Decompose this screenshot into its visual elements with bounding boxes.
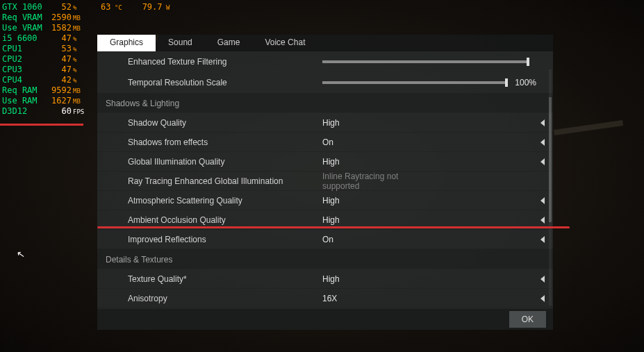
setting-shadows-from-effects[interactable]: Shadows from effectsOn bbox=[97, 133, 553, 152]
left-arrow-icon[interactable] bbox=[540, 295, 545, 302]
mouse-cursor-icon: ↖ bbox=[16, 248, 26, 260]
ok-button[interactable]: OK bbox=[509, 311, 546, 328]
osd-row: i5 660047% bbox=[2, 33, 84, 44]
setting-label: Ray Tracing Enhanced Global Illumination bbox=[128, 176, 322, 186]
section-details-textures: Details & Textures bbox=[97, 249, 553, 269]
left-arrow-icon[interactable] bbox=[540, 139, 545, 146]
setting-atmospheric-scattering-quality[interactable]: Atmospheric Scattering QualityHigh bbox=[97, 191, 553, 210]
setting-label: Shadow Quality bbox=[128, 118, 322, 128]
setting-label: Global Illumination Quality bbox=[128, 157, 322, 167]
left-arrow-icon[interactable] bbox=[540, 276, 545, 283]
osd-row: Use VRAM1582MB bbox=[2, 23, 84, 33]
background-weapon bbox=[554, 120, 623, 135]
tab-graphics[interactable]: Graphics bbox=[97, 35, 156, 51]
left-arrow-icon[interactable] bbox=[540, 119, 545, 126]
gpu-temp-power: 63 °C 79.7 W bbox=[101, 2, 170, 12]
settings-footer: OK bbox=[97, 309, 553, 330]
setting-label: Atmospheric Scattering Quality bbox=[128, 196, 322, 206]
setting-value: Inline Raytracing not supported bbox=[322, 171, 434, 191]
setting-label: Anisotropy bbox=[128, 294, 322, 303]
osd-row: CPU247% bbox=[2, 54, 84, 65]
tab-game[interactable]: Game bbox=[205, 35, 253, 51]
tab-voice-chat[interactable]: Voice Chat bbox=[252, 35, 317, 51]
setting-value: High bbox=[322, 118, 434, 128]
osd-row: Use RAM1627MB bbox=[2, 96, 84, 106]
left-arrow-icon[interactable] bbox=[540, 158, 545, 165]
setting-anisotropy[interactable]: Anisotropy16X bbox=[97, 289, 553, 308]
annotation-red-underline bbox=[97, 226, 570, 228]
osd-row: Req RAM9592MB bbox=[2, 85, 84, 96]
osd-row: GTX 106052% bbox=[2, 2, 84, 12]
slider-value: 100% bbox=[515, 78, 536, 87]
setting-texture-quality[interactable]: Texture Quality*High bbox=[97, 269, 553, 289]
setting-temporal-resolution-scale[interactable]: Temporal Resolution Scale 100% bbox=[97, 72, 553, 93]
setting-shadow-quality[interactable]: Shadow QualityHigh bbox=[97, 113, 553, 133]
slider-thumb[interactable] bbox=[505, 78, 508, 87]
osd-row: Req VRAM2590MB bbox=[2, 12, 84, 23]
setting-value: High bbox=[322, 196, 434, 206]
performance-overlay: GTX 106052%Req VRAM2590MBUse VRAM1582MBi… bbox=[2, 2, 84, 117]
setting-improved-reflections[interactable]: Improved ReflectionsOn bbox=[97, 230, 553, 249]
tab-bar: GraphicsSoundGameVoice Chat bbox=[97, 35, 553, 51]
left-arrow-icon[interactable] bbox=[540, 197, 545, 204]
slider-track[interactable] bbox=[322, 81, 508, 84]
left-arrow-icon[interactable] bbox=[540, 236, 545, 243]
setting-value: On bbox=[322, 235, 434, 244]
slider-track[interactable] bbox=[322, 60, 529, 63]
setting-label: Shadows from effects bbox=[128, 137, 322, 147]
setting-value: High bbox=[322, 215, 434, 225]
scrollbar[interactable] bbox=[549, 69, 552, 305]
section-shadows-lighting: Shadows & Lighting bbox=[97, 93, 553, 113]
setting-label: Improved Reflections bbox=[128, 235, 322, 244]
setting-global-illumination-quality[interactable]: Global Illumination QualityHigh bbox=[97, 152, 553, 171]
setting-value: 16X bbox=[322, 294, 434, 303]
setting-enhanced-texture-filtering[interactable]: Enhanced Texture Filtering bbox=[97, 51, 553, 72]
settings-scroll[interactable]: Enhanced Texture Filtering Temporal Reso… bbox=[97, 51, 553, 308]
osd-red-underline bbox=[0, 124, 83, 126]
setting-label: Ambient Occlusion Quality bbox=[128, 215, 322, 225]
slider-thumb[interactable] bbox=[527, 58, 529, 66]
setting-label: Texture Quality* bbox=[128, 274, 322, 284]
osd-fps-row: D3D1260FPS bbox=[2, 106, 84, 117]
left-arrow-icon[interactable] bbox=[540, 217, 545, 224]
osd-row: CPU347% bbox=[2, 65, 84, 75]
scrollbar-thumb[interactable] bbox=[549, 97, 552, 222]
settings-panel: GraphicsSoundGameVoice Chat Enhanced Tex… bbox=[97, 35, 553, 330]
setting-value: High bbox=[322, 274, 434, 284]
setting-ray-tracing-enhanced-global-illumination: Ray Tracing Enhanced Global Illumination… bbox=[97, 171, 553, 191]
setting-value: High bbox=[322, 157, 434, 167]
setting-value: On bbox=[322, 137, 434, 147]
tab-sound[interactable]: Sound bbox=[156, 35, 205, 51]
osd-row: CPU442% bbox=[2, 75, 84, 85]
osd-row: CPU153% bbox=[2, 44, 84, 54]
